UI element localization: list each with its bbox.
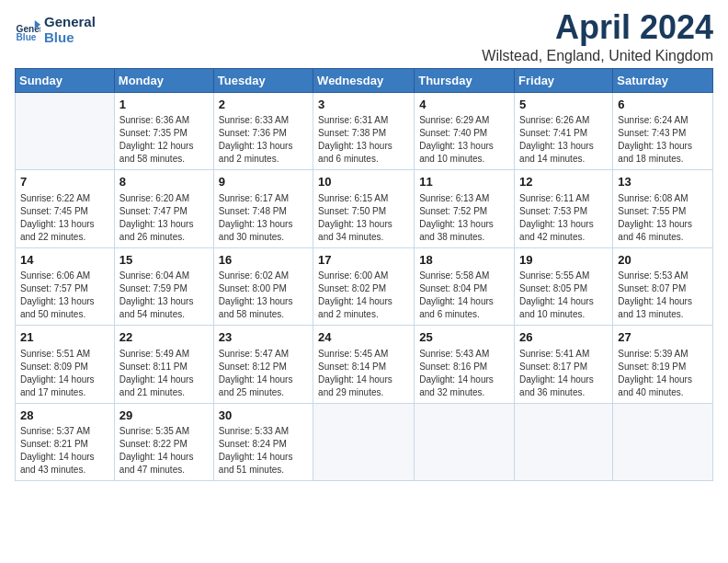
page: General Blue General Blue April 2024 Wil… xyxy=(0,0,728,563)
day-info: Sunrise: 6:36 AMSunset: 7:35 PMDaylight:… xyxy=(119,114,209,166)
calendar-cell: 24Sunrise: 5:45 AMSunset: 8:14 PMDayligh… xyxy=(313,326,415,404)
week-row-3: 14Sunrise: 6:06 AMSunset: 7:57 PMDayligh… xyxy=(16,247,713,326)
calendar-cell: 19Sunrise: 5:55 AMSunset: 8:05 PMDayligh… xyxy=(515,247,613,326)
logo-text-blue: Blue xyxy=(44,30,96,46)
day-number: 6 xyxy=(618,97,708,113)
calendar-cell: 30Sunrise: 5:33 AMSunset: 8:24 PMDayligh… xyxy=(213,403,313,481)
calendar-cell: 20Sunrise: 5:53 AMSunset: 8:07 PMDayligh… xyxy=(613,247,713,326)
weekday-header-saturday: Saturday xyxy=(613,68,713,92)
day-number: 11 xyxy=(419,174,509,190)
calendar-cell: 25Sunrise: 5:43 AMSunset: 8:16 PMDayligh… xyxy=(415,326,515,404)
day-info: Sunrise: 5:35 AMSunset: 8:22 PMDaylight:… xyxy=(119,425,209,477)
day-info: Sunrise: 6:04 AMSunset: 7:59 PMDaylight:… xyxy=(119,270,209,321)
day-info: Sunrise: 5:49 AMSunset: 8:11 PMDaylight:… xyxy=(119,348,209,399)
day-number: 28 xyxy=(20,408,109,424)
calendar-cell: 8Sunrise: 6:20 AMSunset: 7:47 PMDaylight… xyxy=(114,170,213,248)
calendar-cell: 9Sunrise: 6:17 AMSunset: 7:48 PMDaylight… xyxy=(213,170,313,248)
day-number: 17 xyxy=(318,252,409,269)
weekday-header-wednesday: Wednesday xyxy=(313,68,415,92)
day-info: Sunrise: 6:06 AMSunset: 7:57 PMDaylight:… xyxy=(20,270,109,321)
weekday-header-sunday: Sunday xyxy=(16,68,115,92)
day-number: 25 xyxy=(419,329,509,346)
logo-icon: General Blue xyxy=(15,17,40,43)
calendar-cell xyxy=(313,403,415,481)
day-info: Sunrise: 6:02 AMSunset: 8:00 PMDaylight:… xyxy=(219,270,308,321)
calendar-cell: 4Sunrise: 6:29 AMSunset: 7:40 PMDaylight… xyxy=(415,92,515,170)
day-number: 22 xyxy=(119,329,209,346)
calendar-cell: 22Sunrise: 5:49 AMSunset: 8:11 PMDayligh… xyxy=(114,326,213,404)
day-info: Sunrise: 5:55 AMSunset: 8:05 PMDaylight:… xyxy=(519,270,608,321)
weekday-header-row: SundayMondayTuesdayWednesdayThursdayFrid… xyxy=(16,68,713,92)
calendar-cell: 29Sunrise: 5:35 AMSunset: 8:22 PMDayligh… xyxy=(114,403,213,481)
day-info: Sunrise: 5:58 AMSunset: 8:04 PMDaylight:… xyxy=(419,270,509,321)
day-info: Sunrise: 6:17 AMSunset: 7:48 PMDaylight:… xyxy=(219,192,308,244)
day-number: 29 xyxy=(119,408,209,424)
day-number: 23 xyxy=(219,329,308,346)
title-block: April 2024 Wilstead, England, United Kin… xyxy=(482,9,713,64)
day-number: 10 xyxy=(318,174,409,190)
day-number: 5 xyxy=(519,97,608,113)
day-number: 26 xyxy=(519,329,608,346)
weekday-header-tuesday: Tuesday xyxy=(213,68,313,92)
day-info: Sunrise: 5:53 AMSunset: 8:07 PMDaylight:… xyxy=(618,270,708,321)
day-info: Sunrise: 6:00 AMSunset: 8:02 PMDaylight:… xyxy=(318,270,409,321)
day-number: 27 xyxy=(618,329,708,346)
calendar-cell: 11Sunrise: 6:13 AMSunset: 7:52 PMDayligh… xyxy=(415,170,515,248)
calendar-cell: 5Sunrise: 6:26 AMSunset: 7:41 PMDaylight… xyxy=(515,92,613,170)
day-number: 15 xyxy=(119,252,209,269)
week-row-1: 1Sunrise: 6:36 AMSunset: 7:35 PMDaylight… xyxy=(16,92,713,170)
calendar-cell: 28Sunrise: 5:37 AMSunset: 8:21 PMDayligh… xyxy=(16,403,115,481)
calendar-cell xyxy=(415,403,515,481)
location: Wilstead, England, United Kingdom xyxy=(482,48,713,64)
calendar-table: SundayMondayTuesdayWednesdayThursdayFrid… xyxy=(15,68,713,482)
calendar-cell xyxy=(613,403,713,481)
day-number: 1 xyxy=(119,97,209,113)
calendar-cell: 14Sunrise: 6:06 AMSunset: 7:57 PMDayligh… xyxy=(16,247,115,326)
day-info: Sunrise: 5:47 AMSunset: 8:12 PMDaylight:… xyxy=(219,348,308,399)
day-info: Sunrise: 5:41 AMSunset: 8:17 PMDaylight:… xyxy=(519,348,608,399)
day-info: Sunrise: 6:26 AMSunset: 7:41 PMDaylight:… xyxy=(519,114,608,166)
calendar-cell: 23Sunrise: 5:47 AMSunset: 8:12 PMDayligh… xyxy=(213,326,313,404)
calendar-cell: 21Sunrise: 5:51 AMSunset: 8:09 PMDayligh… xyxy=(16,326,115,404)
day-number: 4 xyxy=(419,97,509,113)
day-number: 21 xyxy=(20,329,109,346)
calendar-cell: 13Sunrise: 6:08 AMSunset: 7:55 PMDayligh… xyxy=(613,170,713,248)
day-info: Sunrise: 6:08 AMSunset: 7:55 PMDaylight:… xyxy=(618,192,708,244)
day-number: 18 xyxy=(419,252,509,269)
day-number: 9 xyxy=(219,174,308,190)
day-number: 19 xyxy=(519,252,608,269)
day-info: Sunrise: 5:39 AMSunset: 8:19 PMDaylight:… xyxy=(618,348,708,399)
day-info: Sunrise: 6:20 AMSunset: 7:47 PMDaylight:… xyxy=(119,192,209,244)
calendar-cell: 10Sunrise: 6:15 AMSunset: 7:50 PMDayligh… xyxy=(313,170,415,248)
calendar-cell: 2Sunrise: 6:33 AMSunset: 7:36 PMDaylight… xyxy=(213,92,313,170)
calendar-cell: 1Sunrise: 6:36 AMSunset: 7:35 PMDaylight… xyxy=(114,92,213,170)
week-row-4: 21Sunrise: 5:51 AMSunset: 8:09 PMDayligh… xyxy=(16,326,713,404)
day-info: Sunrise: 5:37 AMSunset: 8:21 PMDaylight:… xyxy=(20,425,109,477)
day-info: Sunrise: 5:33 AMSunset: 8:24 PMDaylight:… xyxy=(219,425,308,477)
svg-text:Blue: Blue xyxy=(17,31,37,41)
calendar-cell: 12Sunrise: 6:11 AMSunset: 7:53 PMDayligh… xyxy=(515,170,613,248)
day-info: Sunrise: 6:13 AMSunset: 7:52 PMDaylight:… xyxy=(419,192,509,244)
day-number: 8 xyxy=(119,174,209,190)
day-info: Sunrise: 6:22 AMSunset: 7:45 PMDaylight:… xyxy=(20,192,109,244)
day-info: Sunrise: 5:45 AMSunset: 8:14 PMDaylight:… xyxy=(318,348,409,399)
day-info: Sunrise: 6:29 AMSunset: 7:40 PMDaylight:… xyxy=(419,114,509,166)
day-info: Sunrise: 5:51 AMSunset: 8:09 PMDaylight:… xyxy=(20,348,109,399)
weekday-header-monday: Monday xyxy=(114,68,213,92)
day-info: Sunrise: 6:24 AMSunset: 7:43 PMDaylight:… xyxy=(618,114,708,166)
day-number: 7 xyxy=(20,174,109,190)
calendar-cell: 3Sunrise: 6:31 AMSunset: 7:38 PMDaylight… xyxy=(313,92,415,170)
day-number: 20 xyxy=(618,252,708,269)
logo-text-general: General xyxy=(44,15,96,30)
calendar-cell xyxy=(16,92,115,170)
calendar-cell: 6Sunrise: 6:24 AMSunset: 7:43 PMDaylight… xyxy=(613,92,713,170)
day-info: Sunrise: 6:15 AMSunset: 7:50 PMDaylight:… xyxy=(318,192,409,244)
day-number: 24 xyxy=(318,329,409,346)
month-title: April 2024 xyxy=(482,9,713,46)
day-info: Sunrise: 5:43 AMSunset: 8:16 PMDaylight:… xyxy=(419,348,509,399)
day-number: 12 xyxy=(519,174,608,190)
day-info: Sunrise: 6:11 AMSunset: 7:53 PMDaylight:… xyxy=(519,192,608,244)
day-number: 16 xyxy=(219,252,308,269)
calendar-cell: 26Sunrise: 5:41 AMSunset: 8:17 PMDayligh… xyxy=(515,326,613,404)
day-number: 3 xyxy=(318,97,409,113)
